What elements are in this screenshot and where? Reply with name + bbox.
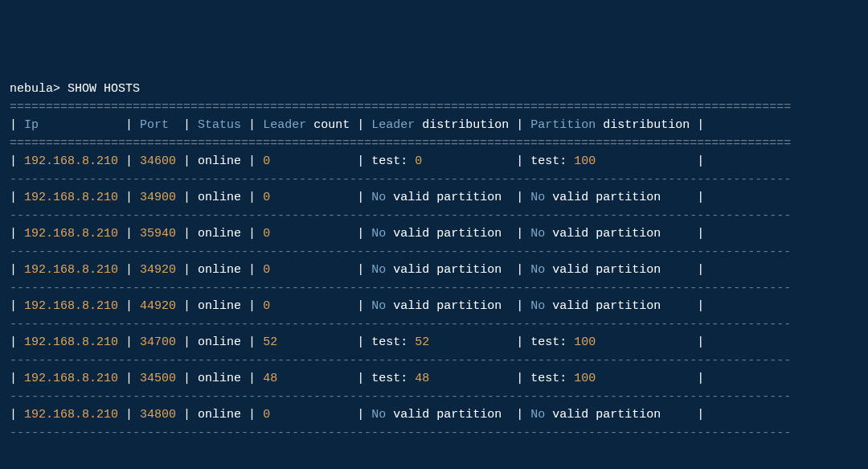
cell-ip: 192.168.8.210 (24, 299, 118, 313)
command: SHOW HOSTS (68, 82, 140, 96)
header-row: | Ip | Port | Status | Leader count | Le… (10, 117, 858, 135)
rule-single: ----------------------------------------… (10, 209, 791, 223)
rule-line: ----------------------------------------… (10, 425, 858, 443)
table-row: | 192.168.8.210 | 34920 | online | 0 | N… (10, 261, 858, 280)
rule-line: ----------------------------------------… (10, 316, 858, 335)
prompt: nebula> (10, 82, 68, 96)
table-row: | 192.168.8.210 | 44920 | online | 0 | N… (10, 298, 858, 316)
col-ip: Ip (24, 118, 118, 132)
prompt-line: nebula> SHOW HOSTS (10, 80, 858, 99)
cell-port: 34500 (140, 372, 176, 385)
cell-leader-count: 0 (263, 263, 350, 277)
table-row: | 192.168.8.210 | 34500 | online | 48 | … (10, 370, 858, 389)
cell-port: 34920 (140, 263, 176, 277)
rule-single: ----------------------------------------… (10, 318, 791, 331)
cell-status: online (198, 335, 241, 349)
cell-leader-count: 0 (263, 227, 350, 241)
cell-leader-count: 0 (263, 299, 350, 313)
table-row: | 192.168.8.210 | 34600 | online | 0 | t… (10, 153, 858, 171)
rule-line: ----------------------------------------… (10, 280, 858, 298)
col-port: Port (140, 118, 176, 132)
cell-ip: 192.168.8.210 (24, 154, 118, 168)
cell-ip: 192.168.8.210 (24, 227, 118, 241)
cell-leader-count: 52 (263, 335, 350, 349)
table-row: | 192.168.8.210 | 34700 | online | 52 | … (10, 334, 858, 352)
table-row: | 192.168.8.210 | 34800 | online | 0 | N… (10, 406, 858, 425)
cell-ip: 192.168.8.210 (24, 191, 118, 204)
rule-single: ----------------------------------------… (10, 390, 791, 404)
cell-ip: 192.168.8.210 (24, 372, 118, 385)
cell-port: 34800 (140, 408, 176, 422)
cell-port: 34600 (140, 154, 176, 168)
cell-status: online (198, 227, 241, 241)
rule-line: ----------------------------------------… (10, 171, 858, 190)
cell-leader-count: 0 (263, 191, 350, 204)
rule-line: ========================================… (10, 135, 858, 154)
cell-status: online (198, 154, 241, 168)
cell-ip: 192.168.8.210 (24, 335, 118, 349)
rule-double: ========================================… (10, 137, 791, 150)
cell-port: 34700 (140, 335, 176, 349)
rule-single: ----------------------------------------… (10, 245, 791, 259)
cell-status: online (198, 372, 241, 385)
cell-ip: 192.168.8.210 (24, 263, 118, 277)
cell-port: 35940 (140, 227, 176, 241)
cell-status: online (198, 191, 241, 204)
cell-port: 44920 (140, 299, 176, 313)
rule-line: ----------------------------------------… (10, 208, 858, 226)
cell-status: online (198, 408, 241, 422)
table-row: | 192.168.8.210 | 35940 | online | 0 | N… (10, 225, 858, 244)
terminal-output: nebula> SHOW HOSTS======================… (10, 80, 858, 442)
cell-status: online (198, 263, 241, 277)
rule-single: ----------------------------------------… (10, 426, 791, 440)
rule-line: ----------------------------------------… (10, 244, 858, 262)
rule-double: ========================================… (10, 101, 791, 114)
col-status: Status (198, 118, 241, 132)
cell-leader-count: 48 (263, 372, 350, 385)
cell-port: 34900 (140, 191, 176, 204)
rule-single: ----------------------------------------… (10, 354, 791, 368)
cell-leader-count: 0 (263, 154, 350, 168)
cell-leader-count: 0 (263, 408, 350, 422)
cell-ip: 192.168.8.210 (24, 408, 118, 422)
cell-status: online (198, 299, 241, 313)
rule-single: ----------------------------------------… (10, 282, 791, 295)
rule-single: ----------------------------------------… (10, 173, 791, 187)
rule-line: ----------------------------------------… (10, 389, 858, 407)
table-row: | 192.168.8.210 | 34900 | online | 0 | N… (10, 189, 858, 208)
rule-line: ========================================… (10, 99, 858, 117)
rule-line: ----------------------------------------… (10, 352, 858, 371)
